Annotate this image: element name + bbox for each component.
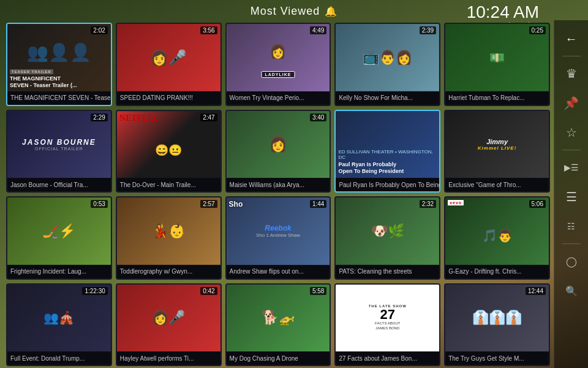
playlist-button[interactable]: ▶☰ [558, 154, 585, 181]
video-thumbnail: 3:56👩🎤 [117, 24, 221, 91]
video-thumbnail: 5:58🐕🚁 [227, 285, 330, 352]
video-card[interactable]: 0:42👩🎤Hayley Atwell performs Ti... [116, 283, 222, 367]
most-viewed-header: Most Viewed 🔔 [251, 5, 338, 18]
video-thumbnail: 1:22:30👥🎪 [7, 285, 111, 352]
video-title: The Do-Over - Main Traile... [117, 178, 221, 191]
video-card[interactable]: 2:32🐶🌿PATS: Cleaning the streets [334, 196, 440, 280]
video-title: Full Event: Donald Trump... [7, 351, 111, 365]
video-card[interactable]: 3:40👩Maisie Williams (aka Arya... [225, 110, 331, 193]
video-title: Maisie Williams (aka Arya... [227, 178, 330, 191]
video-title: PATS: Cleaning the streets [336, 265, 439, 278]
video-title: Exclusive "Game of Thro... [445, 178, 549, 191]
pin-button[interactable]: 📌 [558, 90, 585, 117]
crown-button[interactable]: ♛ [558, 60, 585, 87]
video-title: The Try Guys Get Style M... [445, 351, 549, 365]
sidebar-divider-2 [562, 150, 581, 150]
video-title: Andrew Shaw flips out on... [227, 265, 330, 278]
back-button[interactable]: ← [558, 25, 585, 52]
video-card[interactable]: 12:44👔👔👔The Try Guys Get Style M... [444, 283, 550, 367]
video-title: G-Eazy - Drifting ft. Chris... [445, 265, 549, 278]
video-thumbnail: 2:57💃👶 [117, 197, 221, 265]
video-card[interactable]: 👥👤👤2:02TEASER TRAILERTHE MAGNIFICENTSEVE… [6, 23, 112, 106]
most-viewed-title: Most Viewed [251, 5, 320, 18]
clock-time: 10:24 AM [467, 4, 539, 21]
sidebar-divider-3 [562, 243, 581, 244]
main-content: 👥👤👤2:02TEASER TRAILERTHE MAGNIFICENTSEVE… [0, 20, 588, 368]
video-card[interactable]: 4:49LADYLIKE👩Women Try Vintage Perio... [225, 23, 331, 106]
video-thumbnail: 3:40👩 [227, 111, 330, 178]
video-card[interactable]: 1:50JimmyKimmel LIVE!Exclusive "Game of … [444, 110, 550, 193]
video-thumbnail: 2:47NETFLIX😄😐 [117, 111, 221, 178]
video-thumbnail: 0:42👩🎤 [117, 285, 221, 352]
video-thumbnail: 5:06vevo🎵👨 [445, 197, 549, 265]
video-card[interactable]: 5:30THE LATE SHOW27FACTS ABOUTJAMES BOND… [334, 283, 440, 367]
sidebar: ← ♛ 📌 ☆ ▶☰ ☰ ☷ ◯ 🔍 [554, 20, 588, 368]
video-title: Jason Bourne - Official Tra... [7, 178, 111, 191]
video-card[interactable]: 2:47NETFLIX😄😐The Do-Over - Main Traile..… [116, 110, 222, 193]
video-title: 27 Facts about James Bon... [336, 351, 439, 365]
bell-icon[interactable]: 🔔 [325, 6, 337, 17]
video-card[interactable]: 1:44ReebokSho 1 Andrew ShawShoAndrew Sha… [225, 196, 331, 280]
video-thumbnail: 12:44👔👔👔 [445, 285, 549, 352]
sidebar-divider-1 [562, 56, 581, 56]
video-thumbnail: 👥👤👤2:02TEASER TRAILERTHE MAGNIFICENTSEVE… [7, 24, 111, 91]
video-thumbnail: 2:39📺👨👩 [336, 24, 439, 91]
video-thumbnail: 5:30THE LATE SHOW27FACTS ABOUTJAMES BOND [336, 285, 439, 352]
video-card[interactable]: 5:44ED SULLIVAN THEATER • WASHINGTON, DC… [334, 110, 440, 193]
video-title: Women Try Vintage Perio... [227, 91, 330, 105]
video-card[interactable]: 2:29JASON BOURNEOFFICIAL TRAILERJason Bo… [6, 110, 112, 193]
video-card[interactable]: 3:56👩🎤SPEED DATING PRANK!!! [116, 23, 222, 106]
video-grid: 👥👤👤2:02TEASER TRAILERTHE MAGNIFICENTSEVE… [6, 23, 550, 366]
search-button[interactable]: 🔍 [558, 277, 585, 304]
video-title: Hayley Atwell performs Ti... [117, 351, 221, 365]
video-title: Harriet Tubman To Replac... [445, 91, 549, 105]
star-button[interactable]: ☆ [558, 119, 585, 146]
video-card[interactable]: 1:22:30👥🎪Full Event: Donald Trump... [6, 283, 112, 367]
video-title: SPEED DATING PRANK!!! [117, 91, 221, 105]
history-button[interactable]: ◯ [558, 248, 585, 275]
video-thumbnail: 0:25💵 [445, 24, 549, 91]
video-title: Kelly No Show For Micha... [336, 91, 439, 105]
list-button[interactable]: ☰ [558, 183, 585, 210]
video-card[interactable]: 2:57💃👶Toddlerography w/ Gwyn... [116, 196, 222, 280]
video-title: Paul Ryan Is Probably Open To Being Pres… [336, 178, 439, 191]
video-title: THE MAGNIFICENT SEVEN - Teaser Trailer (… [7, 91, 111, 105]
video-thumbnail: 0:53🏒⚡ [7, 197, 111, 265]
video-card[interactable]: 0:53🏒⚡Frightening Incident: Laug... [6, 196, 112, 280]
video-card[interactable]: 5:58🐕🚁My Dog Chasing A Drone [225, 283, 331, 367]
video-card[interactable]: 2:39📺👨👩Kelly No Show For Micha... [334, 23, 440, 106]
video-thumbnail: 1:44ReebokSho 1 Andrew ShawSho [227, 197, 330, 265]
video-title: Toddlerography w/ Gwyn... [117, 265, 221, 278]
video-thumbnail: 1:50JimmyKimmel LIVE! [445, 111, 549, 178]
video-thumbnail: 5:44ED SULLIVAN THEATER • WASHINGTON, DC… [336, 111, 439, 178]
video-card[interactable]: 5:06vevo🎵👨G-Eazy - Drifting ft. Chris... [444, 196, 550, 280]
grid-button[interactable]: ☷ [558, 213, 585, 240]
video-title: Frightening Incident: Laug... [7, 265, 111, 278]
video-thumbnail: 4:49LADYLIKE👩 [227, 24, 330, 91]
duration-badge: 2:02 [91, 26, 107, 34]
video-thumbnail: 2:32🐶🌿 [336, 197, 439, 265]
video-card[interactable]: 0:25💵Harriet Tubman To Replac... [444, 23, 550, 106]
top-bar: Most Viewed 🔔 10:24 AM Thursday [0, 0, 588, 20]
video-thumbnail: 2:29JASON BOURNEOFFICIAL TRAILER [7, 111, 111, 178]
grid-area: 👥👤👤2:02TEASER TRAILERTHE MAGNIFICENTSEVE… [0, 20, 554, 368]
video-title: My Dog Chasing A Drone [227, 351, 330, 365]
